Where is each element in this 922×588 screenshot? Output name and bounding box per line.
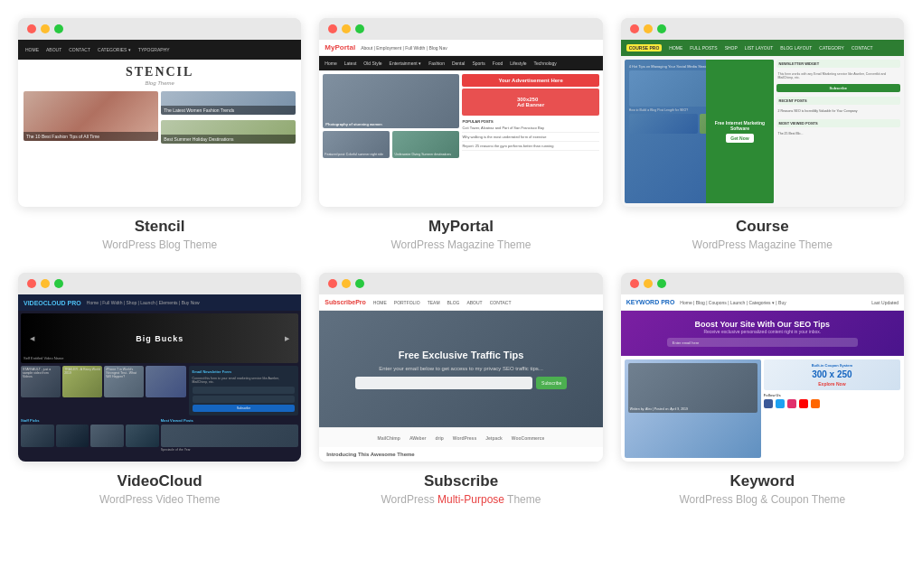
kw-hero: Boost Your Site With Our SEO Tips Receiv…	[621, 311, 904, 356]
sub-nav-item: HOME	[373, 300, 387, 305]
theme-name-course: Course	[736, 218, 789, 236]
browser-bar	[319, 18, 602, 40]
browser-window-stencil: HOME ABOUT CONTACT CATEGORIES ▾ TYPOGRAP…	[18, 18, 301, 207]
dot-red	[328, 24, 337, 33]
stencil-featured-image: The 10 Best Fashion Tips of All Time	[24, 91, 158, 141]
theme-subtitle-stencil: WordPress Blog Theme	[102, 238, 217, 251]
kw-nav-item: Home | Blog | Coupons | Launch | Categor…	[680, 300, 786, 305]
course-nav-text: CATEGORY	[819, 45, 844, 51]
theme-name-stencil: Stencil	[135, 218, 185, 236]
browser-window-myportal: MyPortal About | Employment | Full Width…	[319, 18, 602, 207]
theme-subtitle-myportal: WordPress Magazine Theme	[391, 238, 532, 251]
myportal-preview: MyPortal About | Employment | Full Width…	[319, 40, 602, 207]
portal-nav-text: About | Employment | Full Width | Blog N…	[361, 45, 447, 51]
dot-green	[54, 24, 63, 33]
portal-subnav-item: Entertainment ▾	[390, 61, 422, 66]
sub-logo-woocommerce: WooCommerce	[512, 435, 545, 441]
dot-yellow	[644, 279, 653, 288]
theme-card-videocloud[interactable]: VIDEOCLOUD PRO Home | Full Width | Shop …	[18, 273, 301, 506]
stencil-nav-item: HOME	[25, 47, 39, 52]
browser-bar	[18, 18, 301, 40]
browser-bar	[621, 273, 904, 294]
theme-card-myportal[interactable]: MyPortal About | Employment | Full Width…	[319, 18, 602, 251]
sub-nav-item: PORTFOLIO	[394, 300, 420, 305]
stencil-image-bottom: Best Summer Holiday Destinations	[161, 120, 296, 144]
video-thumb-2: TRAILER - A Rainy World 2019	[62, 366, 102, 397]
sub-partner-logos: MailChimp AWeber drip WordPress Jetpack …	[319, 427, 602, 447]
dot-red	[328, 279, 337, 288]
course-nav-text: HOME	[669, 45, 682, 51]
portal-subnav-item: Latest	[344, 61, 357, 66]
sub-logo: SubscribePro	[325, 299, 366, 305]
sub-logo-wordpress: WordPress	[453, 435, 476, 441]
theme-subtitle-videocloud: WordPress Video Theme	[99, 493, 220, 506]
stencil-nav-item: ABOUT	[46, 47, 61, 52]
video-thumb-1: STARVAULT - just a sample video from Vid…	[21, 366, 61, 397]
video-hero: ◀ Big Bucks ▶ Self Entitled Video Name	[21, 313, 298, 363]
portal-subnav-item: Lifestyle	[510, 61, 526, 66]
theme-card-stencil[interactable]: HOME ABOUT CONTACT CATEGORIES ▾ TYPOGRAP…	[18, 18, 301, 251]
sub-logo-jetpack: Jetpack	[485, 435, 503, 441]
theme-name-subscribe: Subscribe	[424, 472, 498, 490]
dot-green	[355, 24, 364, 33]
sub-nav-item: ABOUT	[466, 300, 482, 305]
stencil-nav-item: CONTACT	[69, 47, 90, 52]
portal-post-item: Coit Tower, Alcatraz and Part of San Fra…	[462, 126, 598, 133]
video-thumb-4	[146, 366, 185, 397]
theme-name-videocloud: VideoCloud	[118, 472, 202, 490]
theme-subtitle-keyword: WordPress Blog & Coupon Theme	[680, 493, 846, 506]
dot-red	[27, 279, 36, 288]
dot-yellow	[342, 279, 351, 288]
course-logo: COURSE PRO	[626, 44, 663, 51]
portal-post-item: Report: 25 reasons the gym performs bett…	[462, 144, 598, 151]
theme-grid: HOME ABOUT CONTACT CATEGORIES ▾ TYPOGRAP…	[18, 18, 904, 506]
videocloud-preview: VIDEOCLOUD PRO Home | Full Width | Shop …	[18, 294, 301, 462]
course-promo-text: Free Internet Marketing Software	[710, 120, 769, 131]
browser-bar	[319, 273, 602, 294]
video-footer-thumb	[126, 425, 159, 447]
video-hero-text: Big Bucks	[136, 334, 183, 343]
video-footer-thumb	[21, 425, 54, 447]
dot-green	[657, 279, 666, 288]
video-footer-thumb	[90, 425, 124, 447]
theme-name-keyword: Keyword	[729, 472, 795, 490]
portal-subnav-item: Home	[325, 61, 336, 66]
browser-window-keyword: KEYWORD PRO Home | Blog | Coupons | Laun…	[621, 273, 904, 462]
browser-window-subscribe: SubscribePro HOME PORTFOLIO TEAM BLOG AB…	[319, 273, 602, 462]
sub-nav-item: CONTACT	[490, 300, 512, 305]
course-nav-text: SHOP	[725, 45, 738, 51]
theme-name-myportal: MyPortal	[428, 218, 494, 236]
theme-subtitle-subscribe: WordPress Multi-Purpose Theme	[381, 493, 541, 506]
stencil-nav-item: CATEGORIES ▾	[98, 47, 131, 52]
browser-window-course: COURSE PRO HOME FULL POSTS SHOP LIST LAY…	[621, 18, 904, 207]
sub-subscribe-button[interactable]: Subscribe	[536, 377, 567, 389]
portal-subnav-item: Fashion	[428, 61, 445, 66]
dot-red	[27, 24, 36, 33]
portal-subnav-item: Dental	[452, 61, 465, 66]
dot-yellow	[41, 279, 50, 288]
kw-coupon: Built-in Coupon System 300 x 250 Explore…	[764, 359, 900, 390]
portal-subnav-item: Food	[493, 61, 503, 66]
sub-nav-item: TEAM	[428, 300, 440, 305]
browser-window-videocloud: VIDEOCLOUD PRO Home | Full Width | Shop …	[18, 273, 301, 462]
stencil-preview: HOME ABOUT CONTACT CATEGORIES ▾ TYPOGRAP…	[18, 40, 301, 207]
dot-green	[355, 279, 364, 288]
browser-bar	[18, 273, 301, 294]
stencil-caption-2: The Latest Women Fashion Trends	[161, 106, 296, 115]
dot-red	[630, 279, 639, 288]
course-nav-text: CONTACT	[851, 45, 873, 51]
portal-post-item: Why walking is the most underrated form …	[462, 135, 598, 142]
theme-card-subscribe[interactable]: SubscribePro HOME PORTFOLIO TEAM BLOG AB…	[319, 273, 602, 506]
kw-hero-title: Boost Your Site With Our SEO Tips	[695, 320, 830, 329]
portal-subnav-item: Technology	[534, 61, 557, 66]
sub-hero-subtitle: Enter your email below to get access to …	[379, 366, 543, 371]
theme-subtitle-highlight: Multi-Purpose	[437, 493, 504, 506]
sub-hero-title: Free Exclusive Traffic Tips	[399, 350, 524, 360]
video-thumb-3: iPhone 7 in World's Strongest Test - Wha…	[104, 366, 144, 397]
theme-card-keyword[interactable]: KEYWORD PRO Home | Blog | Coupons | Laun…	[621, 273, 904, 506]
theme-card-course[interactable]: COURSE PRO HOME FULL POSTS SHOP LIST LAY…	[621, 18, 904, 251]
sub-nav-item: BLOG	[447, 300, 460, 305]
subscribe-preview: SubscribePro HOME PORTFOLIO TEAM BLOG AB…	[319, 294, 602, 462]
sub-email-input[interactable]	[355, 377, 532, 389]
stencil-caption: The 10 Best Fashion Tips of All Time	[24, 132, 158, 141]
